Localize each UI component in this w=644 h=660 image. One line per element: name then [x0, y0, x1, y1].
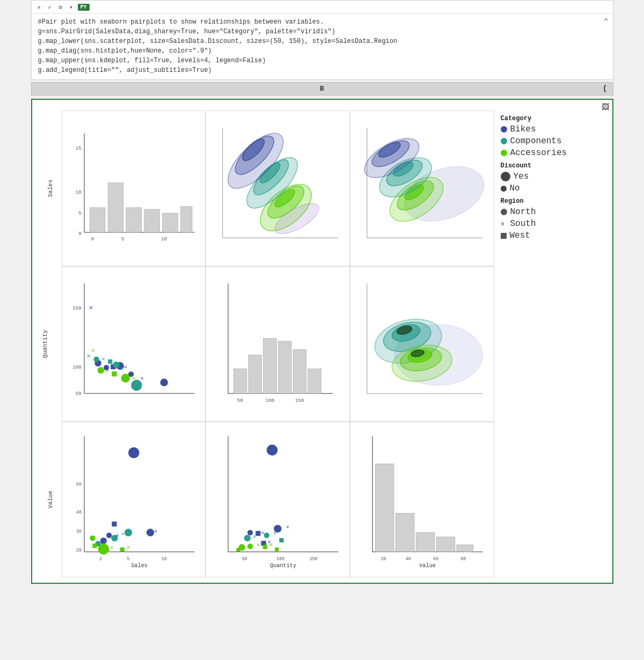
legend-components: Components: [501, 136, 601, 146]
svg-text:✕: ✕: [126, 544, 129, 551]
svg-text:20: 20: [76, 548, 82, 553]
svg-text:50: 50: [75, 391, 81, 397]
svg-text:✕: ✕: [140, 375, 143, 382]
svg-text:0: 0: [91, 236, 94, 242]
svg-point-62: [97, 367, 104, 373]
close-icon[interactable]: ✕: [35, 3, 43, 11]
svg-rect-71: [264, 339, 277, 394]
svg-point-137: [247, 544, 253, 549]
svg-text:✕: ✕: [257, 541, 260, 548]
svg-rect-135: [280, 538, 284, 542]
svg-rect-142: [237, 548, 240, 552]
svg-rect-150: [375, 464, 394, 552]
legend-accessories: Accessories: [501, 148, 601, 158]
svg-text:✕: ✕: [286, 524, 289, 530]
svg-text:✕: ✕: [110, 544, 113, 551]
svg-text:150: 150: [310, 556, 318, 561]
screenshot-icon[interactable]: 🖼: [602, 103, 609, 112]
svg-text:✕: ✕: [132, 375, 135, 382]
svg-point-110: [124, 529, 131, 536]
legend-south: ✕ South: [501, 219, 601, 229]
svg-text:15: 15: [75, 145, 81, 151]
south-label: South: [510, 219, 536, 229]
svg-rect-151: [396, 514, 414, 552]
svg-text:✕: ✕: [89, 304, 92, 312]
legend-bikes: Bikes: [501, 124, 601, 134]
legend-discount-no: No: [501, 184, 601, 193]
legend-panel: Category Bikes Components Accessories: [494, 111, 607, 266]
svg-text:✕: ✕: [123, 364, 127, 370]
discount-yes-label: Yes: [514, 172, 529, 181]
svg-rect-10: [108, 183, 123, 232]
plot-cell-2-1: 50 100 150 ✕ ✕ ✕: [206, 422, 350, 577]
svg-text:✕: ✕: [154, 528, 157, 534]
svg-rect-154: [457, 545, 473, 552]
svg-rect-105: [112, 522, 116, 526]
svg-text:150: 150: [72, 305, 82, 311]
svg-point-55: [93, 357, 99, 362]
svg-text:100: 100: [72, 364, 82, 370]
discount-no-dot: [501, 186, 507, 192]
svg-point-133: [264, 533, 269, 538]
plot-cell-2-2: 20 40 60 80 Value: [350, 422, 494, 577]
svg-point-124: [247, 530, 253, 535]
svg-text:✕: ✕: [121, 531, 124, 537]
section-b-expand-icon[interactable]: (: [603, 84, 607, 93]
west-label: West: [510, 231, 530, 240]
y-label-value: Value: [47, 490, 54, 508]
settings-icon[interactable]: ⚙: [56, 3, 65, 11]
plot-cell-1-2: [350, 266, 494, 422]
svg-point-98: [128, 448, 140, 459]
accessories-color-dot: [501, 150, 507, 156]
svg-text:80: 80: [460, 556, 466, 561]
svg-rect-57: [108, 360, 112, 364]
check-icon[interactable]: ✓: [46, 3, 54, 11]
svg-point-65: [121, 373, 129, 382]
svg-text:✕: ✕: [86, 353, 90, 360]
svg-point-108: [111, 535, 118, 541]
svg-text:50: 50: [237, 398, 243, 404]
svg-text:150: 150: [295, 398, 304, 404]
svg-text:5: 5: [127, 556, 129, 561]
svg-rect-14: [180, 207, 192, 232]
svg-text:40: 40: [76, 510, 82, 515]
plot-cell-2-0: 20 30 40 50 2 5 10: [62, 422, 206, 577]
svg-point-111: [90, 536, 95, 541]
svg-point-123: [267, 444, 278, 456]
y-label-sales: Sales: [47, 179, 54, 197]
svg-point-58: [113, 362, 119, 368]
svg-rect-74: [308, 369, 321, 393]
svg-text:10: 10: [161, 556, 166, 561]
legend-west: West: [501, 231, 601, 240]
south-x-icon: ✕: [501, 221, 507, 228]
svg-text:100: 100: [276, 556, 284, 561]
dropdown-icon[interactable]: ▾: [67, 3, 76, 11]
main-container: ✕ ✓ ⚙ ▾ PY #Pair plot with seaborn pairp…: [31, 0, 613, 584]
svg-point-53: [160, 379, 167, 386]
svg-text:✕: ✕: [120, 365, 123, 372]
y-label-quantity: Quantity: [42, 330, 48, 358]
plot-area: 🖼 Sales Quantity Value: [31, 99, 613, 584]
svg-text:50: 50: [242, 556, 247, 561]
svg-text:20: 20: [380, 556, 386, 561]
plot-cell-1-1: 50 100 150: [206, 266, 350, 422]
svg-rect-116: [92, 544, 97, 548]
svg-text:5: 5: [78, 210, 82, 216]
svg-point-60: [131, 380, 142, 391]
components-label: Components: [510, 136, 562, 146]
legend-category-title: Category: [501, 115, 601, 122]
legend-north: North: [501, 207, 601, 217]
svg-rect-139: [263, 545, 267, 549]
svg-point-112: [98, 544, 109, 555]
plot-cell-0-0: 0 5 10 15 0 5 10: [62, 111, 206, 266]
svg-rect-141: [275, 547, 279, 551]
expand-code-button[interactable]: ⌃: [604, 17, 608, 26]
svg-rect-13: [162, 213, 178, 232]
svg-rect-12: [144, 209, 159, 232]
svg-rect-64: [112, 371, 116, 376]
north-label: North: [510, 207, 536, 217]
svg-rect-73: [293, 349, 306, 393]
plot-cell-0-1: [206, 111, 350, 266]
code-content: #Pair plot with seaborn pairplots to sho…: [32, 14, 613, 79]
svg-rect-125: [255, 531, 260, 536]
